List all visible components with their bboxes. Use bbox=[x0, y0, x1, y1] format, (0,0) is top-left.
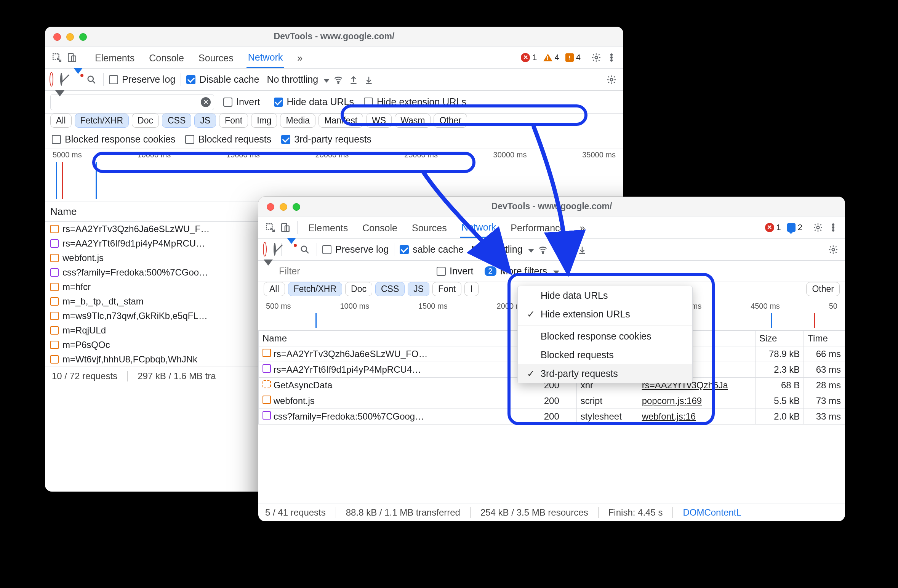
chip-wasm[interactable]: Wasm bbox=[395, 114, 431, 128]
filter-toggle-icon[interactable] bbox=[287, 244, 296, 255]
settings-icon[interactable] bbox=[812, 221, 824, 234]
network-settings-icon[interactable] bbox=[827, 243, 840, 256]
issue-count[interactable]: !4 bbox=[565, 53, 581, 62]
settings-icon[interactable] bbox=[590, 51, 603, 64]
col-time[interactable]: Time bbox=[804, 331, 845, 346]
menu-blocked-requests[interactable]: Blocked requests bbox=[518, 346, 692, 364]
export-har-icon[interactable] bbox=[560, 243, 573, 256]
titlebar[interactable]: DevTools - www.google.com/ bbox=[45, 27, 623, 46]
chip-ws[interactable]: WS bbox=[366, 114, 392, 128]
tab-console[interactable]: Console bbox=[147, 47, 186, 67]
filter-text-field[interactable] bbox=[68, 96, 209, 107]
error-count[interactable]: ✕1 bbox=[765, 223, 781, 232]
filter-toggle-icon[interactable] bbox=[74, 74, 83, 85]
clear-button[interactable] bbox=[274, 244, 276, 255]
hide-data-urls-checkbox[interactable]: Hide data URLs bbox=[274, 96, 354, 107]
network-settings-icon[interactable] bbox=[605, 73, 618, 86]
clear-button[interactable] bbox=[60, 74, 62, 85]
third-party-checkbox[interactable]: 3rd-party requests bbox=[281, 134, 371, 145]
chip-img[interactable]: I bbox=[464, 282, 478, 296]
hide-ext-urls-checkbox[interactable]: Hide extension URLs bbox=[364, 96, 466, 107]
tab-sources[interactable]: Sources bbox=[410, 217, 448, 237]
traffic-lights[interactable] bbox=[267, 203, 300, 211]
chip-img[interactable]: Img bbox=[251, 114, 277, 128]
blocked-requests-checkbox[interactable]: Blocked requests bbox=[185, 134, 271, 145]
chip-css[interactable]: CSS bbox=[162, 114, 191, 128]
warning-count[interactable]: 4 bbox=[543, 53, 559, 62]
inspect-icon[interactable] bbox=[50, 51, 63, 64]
throttling-select[interactable]: No throttling bbox=[471, 244, 534, 255]
network-conditions-icon[interactable] bbox=[332, 73, 345, 86]
table-row[interactable]: webfont.js 200 script popcorn.js:169 5.5… bbox=[259, 393, 845, 409]
disable-cache-checkbox[interactable]: sable cache bbox=[400, 244, 463, 255]
chip-fetch-xhr[interactable]: Fetch/XHR bbox=[288, 282, 342, 296]
menu-hide-data-urls[interactable]: Hide data URLs bbox=[518, 286, 692, 305]
clear-filter-icon[interactable]: ✕ bbox=[201, 97, 211, 107]
col-size[interactable]: Size bbox=[755, 331, 804, 346]
disable-cache-checkbox[interactable]: Disable cache bbox=[186, 74, 259, 85]
chip-css[interactable]: CSS bbox=[375, 282, 405, 296]
export-har-icon[interactable] bbox=[347, 73, 360, 86]
more-filters-button[interactable]: 2 More filters bbox=[485, 266, 560, 277]
tabs-overflow[interactable]: » bbox=[578, 217, 586, 237]
preserve-log-checkbox[interactable]: Preserve log bbox=[322, 244, 389, 255]
chip-other[interactable]: Other bbox=[434, 114, 467, 128]
chip-font[interactable]: Font bbox=[432, 282, 461, 296]
zoom-icon[interactable] bbox=[79, 33, 87, 41]
tab-network[interactable]: Network bbox=[460, 216, 498, 238]
device-toggle-icon[interactable] bbox=[66, 51, 78, 64]
menu-third-party[interactable]: 3rd-party requests bbox=[518, 364, 692, 383]
menu-hide-ext-urls[interactable]: Hide extension URLs bbox=[518, 305, 692, 324]
close-icon[interactable] bbox=[267, 203, 274, 211]
chip-media[interactable]: Media bbox=[280, 114, 315, 128]
message-count[interactable]: 2 bbox=[787, 223, 802, 232]
zoom-icon[interactable] bbox=[293, 203, 300, 211]
more-filters-dropdown[interactable]: Hide data URLs Hide extension URLs Block… bbox=[517, 286, 693, 383]
tab-network[interactable]: Network bbox=[247, 46, 285, 68]
device-toggle-icon[interactable] bbox=[279, 221, 292, 234]
throttling-select[interactable]: No throttling bbox=[267, 74, 330, 85]
import-har-icon[interactable] bbox=[362, 73, 375, 86]
traffic-lights[interactable] bbox=[53, 33, 87, 41]
col-name[interactable]: Name bbox=[259, 331, 540, 346]
invert-checkbox[interactable]: Invert bbox=[223, 96, 260, 107]
search-icon[interactable] bbox=[298, 243, 311, 256]
table-row[interactable]: css?family=Fredoka:500%7CGoog… 200 style… bbox=[259, 409, 845, 425]
overview-timeline[interactable]: 5000 ms 10000 ms 15000 ms 20000 ms 25000… bbox=[45, 149, 623, 202]
import-har-icon[interactable] bbox=[576, 243, 589, 256]
chip-manifest[interactable]: Manifest bbox=[319, 114, 363, 128]
tabs-overflow[interactable]: » bbox=[296, 47, 304, 67]
blocked-cookies-checkbox[interactable]: Blocked response cookies bbox=[52, 134, 175, 145]
chip-fetch-xhr[interactable]: Fetch/XHR bbox=[75, 114, 129, 128]
chip-doc[interactable]: Doc bbox=[345, 282, 372, 296]
minimize-icon[interactable] bbox=[280, 203, 287, 211]
inspect-icon[interactable] bbox=[264, 221, 277, 234]
tab-console[interactable]: Console bbox=[361, 217, 399, 237]
network-conditions-icon[interactable] bbox=[536, 243, 549, 256]
initiator-link[interactable]: webfont.js:16 bbox=[642, 411, 696, 421]
menu-blocked-cookies[interactable]: Blocked response cookies bbox=[518, 327, 692, 346]
invert-checkbox[interactable]: Invert bbox=[437, 266, 474, 277]
minimize-icon[interactable] bbox=[66, 33, 74, 41]
close-icon[interactable] bbox=[53, 33, 61, 41]
chip-js[interactable]: JS bbox=[194, 114, 216, 128]
chip-js[interactable]: JS bbox=[408, 282, 429, 296]
chip-font[interactable]: Font bbox=[219, 114, 248, 128]
filter-input[interactable]: ✕ bbox=[50, 94, 214, 110]
tab-elements[interactable]: Elements bbox=[93, 47, 136, 67]
more-menu-icon[interactable] bbox=[827, 221, 840, 234]
chip-other[interactable]: Other bbox=[806, 282, 840, 296]
filter-text-field[interactable] bbox=[278, 265, 423, 277]
error-count[interactable]: ✕1 bbox=[521, 53, 537, 62]
tab-sources[interactable]: Sources bbox=[197, 47, 235, 67]
record-button[interactable] bbox=[50, 74, 53, 85]
chip-doc[interactable]: Doc bbox=[132, 114, 159, 128]
search-icon[interactable] bbox=[85, 73, 98, 86]
more-menu-icon[interactable] bbox=[605, 51, 618, 64]
tab-performance[interactable]: Performance bbox=[509, 217, 567, 237]
preserve-log-checkbox[interactable]: Preserve log bbox=[109, 74, 175, 85]
tab-elements[interactable]: Elements bbox=[307, 217, 349, 237]
titlebar[interactable]: DevTools - www.google.com/ bbox=[258, 197, 845, 216]
initiator-link[interactable]: popcorn.js:169 bbox=[642, 396, 702, 406]
chip-all[interactable]: All bbox=[50, 114, 72, 128]
